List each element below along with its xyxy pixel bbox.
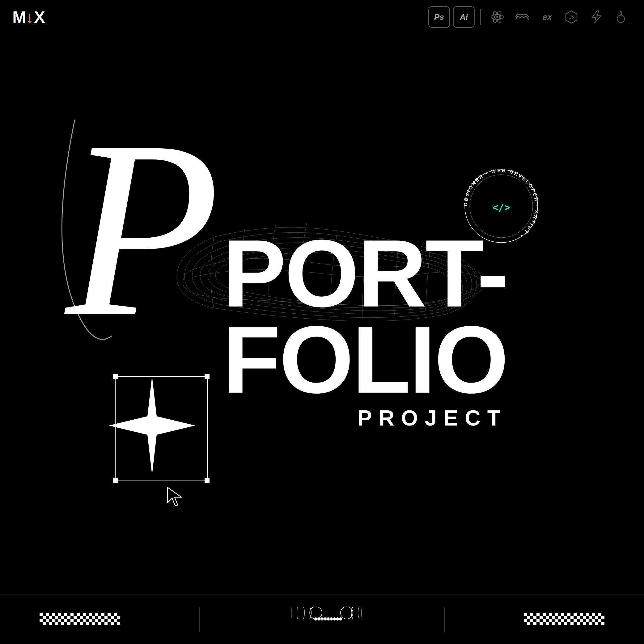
toolbar-divider — [480, 9, 481, 25]
svg-text:P: P — [61, 88, 220, 361]
selection-handle-tr — [205, 374, 210, 379]
folio-text: FOLIO — [222, 316, 507, 403]
vite-icon[interactable] — [585, 6, 607, 28]
express-icon[interactable]: ex — [536, 6, 557, 28]
main-content: .wire-line { stroke: #fff; stroke-width:… — [0, 34, 644, 595]
bottom-divider-right — [444, 607, 445, 632]
portfolio-text-block: PORT- FOLIO PROJECT — [222, 230, 507, 430]
bottom-pattern-left — [40, 607, 120, 633]
svg-point-17 — [324, 617, 327, 621]
bottom-pattern-center — [279, 607, 365, 633]
logo-x: X — [34, 7, 45, 27]
svg-point-7 — [617, 15, 625, 23]
svg-point-18 — [327, 617, 330, 621]
center-composition: .wire-line { stroke: #fff; stroke-width:… — [75, 67, 569, 561]
svg-text:JS: JS — [569, 15, 574, 19]
cursor-arrow — [166, 486, 184, 507]
selection-handle-bl — [113, 478, 118, 483]
svg-marker-6 — [592, 11, 601, 23]
svg-point-22 — [317, 617, 320, 621]
logo-m: M — [12, 7, 26, 27]
nodejs-icon[interactable]: JS — [561, 6, 582, 28]
react-icon[interactable] — [486, 6, 508, 28]
svg-point-21 — [336, 617, 339, 621]
photoshop-icon[interactable]: Ps — [428, 6, 450, 28]
bottom-bar — [0, 595, 644, 644]
svg-point-19 — [330, 617, 333, 621]
sparkle-star — [106, 373, 198, 478]
svg-point-23 — [314, 617, 317, 621]
svg-point-16 — [320, 617, 324, 621]
svg-point-24 — [339, 617, 342, 621]
toolbar-icons: Ps Ai ex — [428, 6, 632, 28]
top-bar: M ↓ X Ps Ai — [0, 0, 644, 34]
svg-rect-27 — [524, 613, 604, 625]
logo-down-arrow: ↓ — [26, 7, 34, 27]
svg-point-20 — [333, 617, 336, 621]
svg-text:</>: </> — [492, 201, 510, 213]
illustrator-icon[interactable]: Ai — [453, 6, 475, 28]
circular-badge: DESIGNER · WEB DEVELOPER · ARTIST · </> — [458, 163, 544, 249]
svg-point-3 — [496, 16, 498, 18]
bottom-pattern-right — [524, 607, 604, 633]
bottom-divider-left — [199, 607, 200, 632]
logo: M ↓ X — [12, 7, 45, 27]
tailwind-icon[interactable] — [511, 6, 533, 28]
other-icon[interactable] — [610, 6, 632, 28]
svg-rect-15 — [40, 613, 120, 625]
selection-handle-br — [205, 478, 210, 483]
